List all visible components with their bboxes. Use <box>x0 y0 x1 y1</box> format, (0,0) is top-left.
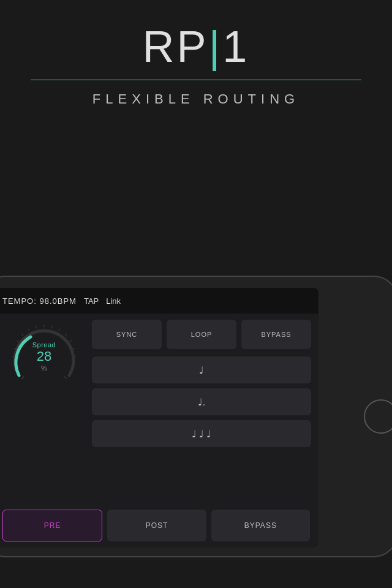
top-button-row: SYNC LOOP BYPASS <box>92 320 311 349</box>
note-triplet-symbol: ♩ ♩ ♩ <box>192 428 212 440</box>
logo-pipe: | <box>209 22 223 71</box>
note-quarter-button[interactable]: ♩ <box>92 356 311 383</box>
tempo-bar: TEMPO: 98.0BPM TAP Link <box>0 288 318 314</box>
loop-button[interactable]: LOOP <box>167 320 236 349</box>
logo-rp: RP <box>143 22 209 71</box>
svg-line-7 <box>28 329 29 331</box>
note-dotted-button[interactable]: ♩. <box>92 388 311 415</box>
note-dotted-symbol: ♩. <box>198 396 205 408</box>
right-controls: SYNC LOOP BYPASS ♩ ♩. <box>92 320 311 503</box>
svg-line-13 <box>70 341 72 342</box>
note-button-group: ♩ ♩. ♩ ♩ ♩ <box>92 356 311 447</box>
logo-1: 1 <box>222 22 249 71</box>
header-divider <box>31 80 361 80</box>
page-subtitle: FLEXIBLE ROUTING <box>0 91 392 107</box>
svg-line-11 <box>59 329 60 331</box>
tap-button[interactable]: TAP <box>84 296 99 306</box>
phone-outer-shell: TEMPO: 98.0BPM TAP Link <box>0 276 392 557</box>
main-controls: Spread 28 % SYNC LOOP BYPASS <box>0 314 318 506</box>
svg-line-5 <box>17 341 18 342</box>
knob-center-display: Spread 28 % <box>32 341 56 372</box>
routing-button-row: PRE POST BYPASS <box>0 506 318 548</box>
bypass-bottom-button[interactable]: BYPASS <box>211 510 310 541</box>
pre-button[interactable]: PRE <box>2 510 102 541</box>
svg-line-10 <box>51 326 52 328</box>
svg-line-18 <box>64 377 67 379</box>
svg-line-6 <box>21 334 23 336</box>
home-button[interactable] <box>364 399 392 434</box>
sync-button[interactable]: SYNC <box>92 320 162 349</box>
note-triplet-button[interactable]: ♩ ♩ ♩ <box>92 420 311 447</box>
app-logo: RP|1 <box>0 24 392 69</box>
phone-screen: TEMPO: 98.0BPM TAP Link <box>0 288 318 548</box>
knob-value: 28 <box>32 350 56 363</box>
tempo-display: TEMPO: 98.0BPM <box>2 296 77 306</box>
note-quarter-symbol: ♩ <box>199 364 204 376</box>
knob-label: Spread <box>32 341 56 349</box>
bypass-top-button[interactable]: BYPASS <box>241 320 311 349</box>
header-section: RP|1 FLEXIBLE ROUTING <box>0 0 392 107</box>
svg-line-0 <box>21 377 24 379</box>
knob-section: Spread 28 % <box>1 320 87 503</box>
post-button[interactable]: POST <box>107 510 206 541</box>
svg-line-12 <box>65 334 67 336</box>
phone-mockup: TEMPO: 98.0BPM TAP Link <box>0 251 392 588</box>
svg-line-8 <box>36 326 37 328</box>
spread-knob[interactable]: Spread 28 % <box>7 320 81 393</box>
link-button[interactable]: Link <box>106 296 121 306</box>
knob-unit: % <box>32 364 56 372</box>
